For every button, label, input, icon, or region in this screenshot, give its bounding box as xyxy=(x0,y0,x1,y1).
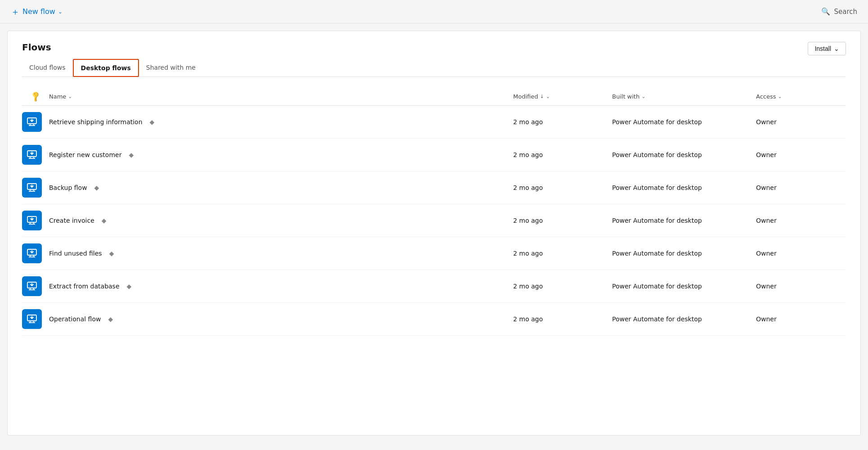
col-header-key: 🔑 xyxy=(22,92,49,101)
name-sort-icon: ⌄ xyxy=(68,94,72,99)
modified-sort-desc-icon: ↓ xyxy=(540,94,544,99)
flow-access: Owner xyxy=(756,151,846,158)
flow-built-with: Power Automate for desktop xyxy=(612,217,756,224)
topbar: ＋ New flow ⌄ 🔍 Search xyxy=(0,0,868,23)
flow-access: Owner xyxy=(756,315,846,323)
access-sort-icon: ⌄ xyxy=(778,94,782,99)
install-label: Install xyxy=(814,45,831,52)
flow-access: Owner xyxy=(756,250,846,257)
flow-name: Operational flow xyxy=(49,315,101,323)
desktop-flow-icon xyxy=(27,149,37,160)
table-row[interactable]: Retrieve shipping information ◆ 2 mo ago… xyxy=(22,106,846,139)
new-flow-button[interactable]: ＋ New flow ⌄ xyxy=(11,7,63,16)
flow-modified: 2 mo ago xyxy=(513,283,612,290)
tab-desktop-flows[interactable]: Desktop flows xyxy=(73,59,139,77)
premium-diamond-icon: ◆ xyxy=(127,283,132,290)
flow-icon-box xyxy=(22,309,42,329)
page-title: Flows xyxy=(22,42,51,53)
main-content: Flows Install ⌄ Cloud flows Desktop flow… xyxy=(7,31,861,436)
flow-built-with: Power Automate for desktop xyxy=(612,118,756,126)
flow-name: Find unused files xyxy=(49,250,102,257)
flow-name-cell: Create invoice ◆ xyxy=(49,217,513,224)
flow-name: Retrieve shipping information xyxy=(49,118,143,126)
col-header-access[interactable]: Access ⌄ xyxy=(756,93,846,100)
flow-access: Owner xyxy=(756,118,846,126)
install-button[interactable]: Install ⌄ xyxy=(808,42,846,55)
premium-diamond-icon: ◆ xyxy=(102,217,107,224)
flow-modified: 2 mo ago xyxy=(513,250,612,257)
search-area[interactable]: 🔍 Search xyxy=(821,7,857,16)
flow-access: Owner xyxy=(756,184,846,191)
table-row[interactable]: Backup flow ◆ 2 mo ago Power Automate fo… xyxy=(22,171,846,204)
row-icon-cell xyxy=(22,243,49,263)
col-header-built-with[interactable]: Built with ⌄ xyxy=(612,93,756,100)
row-icon-cell xyxy=(22,145,49,165)
col-header-modified[interactable]: Modified ↓ ⌄ xyxy=(513,93,612,100)
flow-access: Owner xyxy=(756,217,846,224)
flow-built-with: Power Automate for desktop xyxy=(612,151,756,158)
tab-shared-with-me[interactable]: Shared with me xyxy=(139,59,203,76)
table-row[interactable]: Extract from database ◆ 2 mo ago Power A… xyxy=(22,270,846,303)
flow-modified: 2 mo ago xyxy=(513,151,612,158)
new-flow-label: New flow xyxy=(22,7,55,16)
flow-name-cell: Retrieve shipping information ◆ xyxy=(49,118,513,126)
flow-icon-box xyxy=(22,145,42,165)
premium-diamond-icon: ◆ xyxy=(150,118,155,126)
flow-built-with: Power Automate for desktop xyxy=(612,283,756,290)
search-icon: 🔍 xyxy=(821,7,830,16)
flows-header: Flows Install ⌄ xyxy=(22,42,846,55)
row-icon-cell xyxy=(22,276,49,296)
tab-cloud-flows[interactable]: Cloud flows xyxy=(22,59,73,76)
flow-name-cell: Extract from database ◆ xyxy=(49,283,513,290)
flow-modified: 2 mo ago xyxy=(513,184,612,191)
tabs: Cloud flows Desktop flows Shared with me xyxy=(22,59,846,77)
desktop-flow-icon xyxy=(27,182,37,193)
modified-sort-icon: ⌄ xyxy=(546,94,550,99)
desktop-flow-icon xyxy=(27,314,37,324)
flow-name-cell: Operational flow ◆ xyxy=(49,315,513,323)
flow-icon-box xyxy=(22,112,42,132)
premium-diamond-icon: ◆ xyxy=(129,151,134,158)
flow-modified: 2 mo ago xyxy=(513,217,612,224)
table-row[interactable]: Register new customer ◆ 2 mo ago Power A… xyxy=(22,139,846,171)
col-header-name[interactable]: Name ⌄ xyxy=(49,93,513,100)
flows-table: 🔑 Name ⌄ Modified ↓ ⌄ Built with ⌄ Acces… xyxy=(22,88,846,336)
flow-icon-box xyxy=(22,211,42,230)
premium-diamond-icon: ◆ xyxy=(108,315,113,323)
desktop-flow-icon xyxy=(27,215,37,226)
built-with-sort-icon: ⌄ xyxy=(641,94,645,99)
flow-built-with: Power Automate for desktop xyxy=(612,184,756,191)
table-row[interactable]: Find unused files ◆ 2 mo ago Power Autom… xyxy=(22,237,846,270)
table-row[interactable]: Operational flow ◆ 2 mo ago Power Automa… xyxy=(22,303,846,336)
flow-built-with: Power Automate for desktop xyxy=(612,315,756,323)
table-body: Retrieve shipping information ◆ 2 mo ago… xyxy=(22,106,846,336)
flow-name-cell: Find unused files ◆ xyxy=(49,250,513,257)
flow-name: Register new customer xyxy=(49,151,121,158)
flow-name-cell: Backup flow ◆ xyxy=(49,184,513,191)
desktop-flow-icon xyxy=(27,248,37,259)
row-icon-cell xyxy=(22,309,49,329)
flow-icon-box xyxy=(22,243,42,263)
install-chevron-icon: ⌄ xyxy=(834,45,839,52)
flow-icon-box xyxy=(22,276,42,296)
table-row[interactable]: Create invoice ◆ 2 mo ago Power Automate… xyxy=(22,204,846,237)
row-icon-cell xyxy=(22,178,49,198)
key-icon: 🔑 xyxy=(29,90,42,103)
flow-modified: 2 mo ago xyxy=(513,315,612,323)
flow-name: Backup flow xyxy=(49,184,87,191)
premium-diamond-icon: ◆ xyxy=(94,184,99,191)
row-icon-cell xyxy=(22,211,49,230)
flow-name: Create invoice xyxy=(49,217,94,224)
table-header-row: 🔑 Name ⌄ Modified ↓ ⌄ Built with ⌄ Acces… xyxy=(22,88,846,106)
plus-icon: ＋ xyxy=(11,7,20,16)
flow-access: Owner xyxy=(756,283,846,290)
flow-modified: 2 mo ago xyxy=(513,118,612,126)
flow-built-with: Power Automate for desktop xyxy=(612,250,756,257)
row-icon-cell xyxy=(22,112,49,132)
flow-name-cell: Register new customer ◆ xyxy=(49,151,513,158)
desktop-flow-icon xyxy=(27,281,37,292)
premium-diamond-icon: ◆ xyxy=(109,250,114,257)
search-label: Search xyxy=(834,8,857,16)
new-flow-chevron-icon: ⌄ xyxy=(58,9,63,15)
flow-name: Extract from database xyxy=(49,283,120,290)
